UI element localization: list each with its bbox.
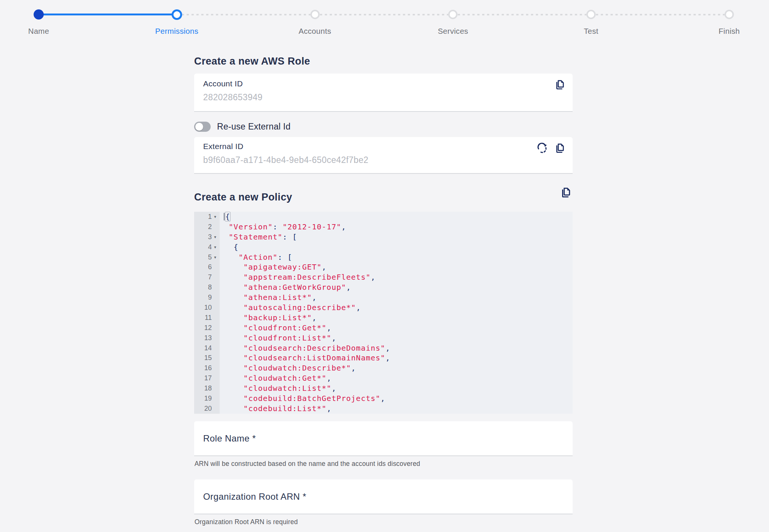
line-number: 2 [208, 223, 212, 231]
step-circle-finish[interactable] [725, 10, 734, 19]
code-punct: , [356, 303, 361, 312]
code-line: { [224, 212, 573, 222]
code-string: "Statement" [229, 232, 282, 241]
code-line: "appstream:DescribeFleets", [224, 272, 573, 282]
code-punct [224, 232, 229, 241]
line-number: 17 [204, 374, 212, 382]
code-line: "cloudfront:List*", [224, 333, 573, 343]
code-line: "cloudwatch:List*", [224, 383, 573, 393]
account-id-value: 282028653949 [203, 92, 564, 102]
code-line: "cloudwatch:Describe*", [224, 363, 573, 373]
account-id-label: Account ID [203, 79, 564, 88]
code-punct [224, 262, 243, 271]
line-number: 18 [204, 384, 212, 392]
code-punct: : [ [283, 232, 297, 241]
line-number: 14 [204, 344, 212, 352]
gutter-line: 8 [194, 282, 219, 292]
step-circle-permissions[interactable] [172, 9, 182, 20]
gutter-line: 13 [194, 333, 219, 343]
code-punct: , [332, 333, 336, 342]
fold-caret-icon[interactable]: ▾ [212, 214, 219, 219]
role-name-input[interactable]: Role Name * [194, 421, 573, 456]
code-punct [224, 353, 243, 362]
line-number: 3 [208, 233, 212, 241]
line-number: 12 [204, 324, 212, 332]
code-line: "codebuild:List*", [224, 404, 573, 414]
code-line: "Statement": [ [224, 232, 573, 242]
gutter-line: 1▾ [194, 212, 219, 222]
code-line: "backup:List*", [224, 313, 573, 323]
step-label-name[interactable]: Name [0, 27, 84, 36]
code-string: "cloudsearch:ListDomainNames" [243, 353, 385, 362]
code-line: "Action": [ [224, 252, 573, 262]
refresh-icon [536, 150, 549, 156]
code-string: "cloudwatch:List*" [243, 384, 332, 393]
policy-title: Create a new Policy [194, 191, 292, 203]
code-punct: , [380, 394, 385, 403]
reuse-external-id-toggle[interactable] [194, 122, 211, 132]
code-punct [224, 283, 243, 292]
org-root-arn-helper: Organization Root ARN is required [194, 518, 573, 526]
external-id-field: External ID b9f60aa7-a171-4be4-9eb4-650c… [194, 137, 573, 174]
code-string: "cloudwatch:Describe*" [243, 363, 351, 372]
code-punct: , [327, 323, 332, 332]
external-id-label: External ID [203, 142, 564, 151]
code-line: "cloudfront:Get*", [224, 323, 573, 333]
editor-gutter: 1▾23▾4▾5▾67891011121314151617181920 [194, 212, 220, 414]
editor-code[interactable]: { "Version": "2012-10-17", "Statement": … [220, 212, 573, 414]
code-punct: , [371, 273, 375, 282]
regenerate-external-id-button[interactable] [536, 142, 549, 155]
org-root-arn-input[interactable]: Organization Root ARN * [194, 479, 573, 514]
code-punct: , [346, 283, 351, 292]
gutter-line: 19 [194, 393, 219, 404]
reuse-external-id-label: Re-use External Id [217, 122, 291, 132]
copy-policy-button[interactable] [559, 186, 573, 199]
policy-editor[interactable]: 1▾23▾4▾5▾67891011121314151617181920 { "V… [194, 212, 573, 414]
code-punct [224, 253, 238, 262]
account-id-field: Account ID 282028653949 [194, 74, 573, 112]
fold-caret-icon[interactable]: ▾ [212, 235, 219, 240]
code-punct: : [ [277, 253, 292, 262]
code-string: "codebuild:BatchGetProjects" [243, 394, 380, 403]
code-line: "cloudwatch:Get*", [224, 373, 573, 383]
step-connector [39, 14, 177, 15]
code-punct [224, 273, 243, 282]
fold-caret-icon[interactable]: ▾ [212, 245, 219, 250]
code-string: "athena:List*" [243, 293, 312, 302]
step-label-finish[interactable]: Finish [684, 27, 769, 36]
text-cursor [224, 213, 225, 220]
code-string: "autoscaling:Describe*" [243, 303, 356, 312]
gutter-line: 14 [194, 343, 219, 353]
code-line: "apigateway:GET", [224, 262, 573, 272]
code-string: "backup:List*" [243, 313, 312, 322]
toggle-knob [195, 123, 203, 131]
external-id-value: b9f60aa7-a171-4be4-9eb4-650ce42f7be2 [203, 155, 564, 165]
copy-account-id-button[interactable] [553, 78, 566, 91]
code-punct: , [312, 293, 317, 302]
gutter-line: 4▾ [194, 242, 219, 252]
step-circle-test[interactable] [587, 10, 596, 19]
copy-external-id-button[interactable] [553, 142, 566, 155]
code-line: "athena:GetWorkGroup", [224, 282, 573, 292]
code-punct [224, 394, 243, 403]
code-string: "athena:GetWorkGroup" [243, 283, 346, 292]
gutter-line: 7 [194, 272, 219, 282]
code-line: "cloudsearch:ListDomainNames", [224, 353, 573, 363]
code-punct [224, 384, 243, 393]
code-string: "cloudwatch:Get*" [243, 374, 327, 383]
policy-header: Create a new Policy [194, 186, 573, 202]
step-circle-services[interactable] [448, 10, 458, 19]
org-root-arn-label: Organization Root ARN * [203, 491, 306, 502]
step-circle-name[interactable] [34, 9, 44, 20]
line-number: 4 [208, 243, 212, 251]
code-string: "Version" [229, 222, 273, 231]
gutter-line: 11 [194, 313, 219, 323]
code-string: "codebuild:List*" [243, 404, 327, 413]
code-punct [224, 333, 243, 342]
line-number: 20 [204, 405, 212, 413]
code-string: "appstream:DescribeFleets" [243, 273, 371, 282]
code-punct: , [327, 404, 332, 413]
code-punct [224, 243, 234, 252]
step-circle-accounts[interactable] [310, 10, 320, 19]
fold-caret-icon[interactable]: ▾ [212, 255, 219, 260]
